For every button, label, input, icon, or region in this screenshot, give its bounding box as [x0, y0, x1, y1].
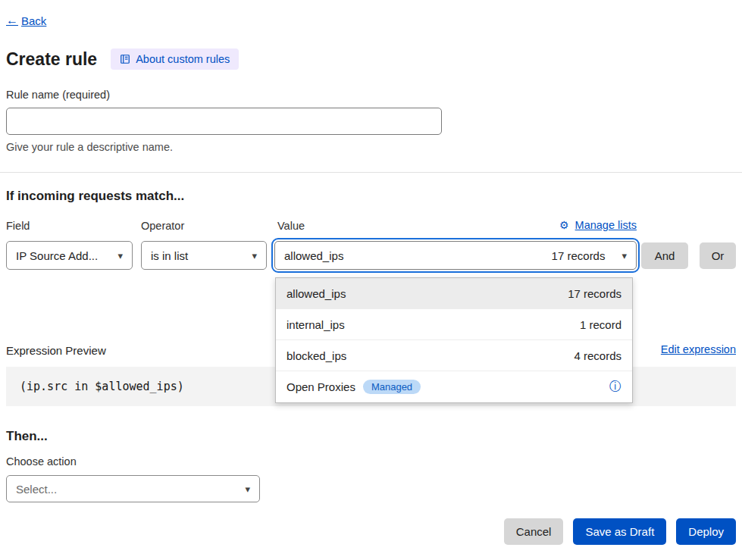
chevron-down-icon: ▾ [117, 250, 123, 261]
action-select-value: Select... [16, 483, 57, 496]
choose-action-label: Choose action [6, 455, 77, 468]
header: Create rule About custom rules [6, 48, 239, 70]
back-link[interactable]: ← Back [6, 14, 46, 27]
edit-expression-link[interactable]: Edit expression [661, 343, 736, 355]
value-combobox-value: allowed_ips [284, 249, 343, 262]
save-as-draft-button[interactable]: Save as Draft [573, 518, 666, 545]
create-rule-page: ← Back Create rule About custom rules Ru… [0, 0, 742, 560]
info-icon[interactable]: ⓘ [609, 379, 621, 395]
section-divider [0, 172, 742, 173]
list-name: Open Proxies [286, 380, 355, 393]
and-button[interactable]: And [641, 242, 688, 269]
value-records-count: 17 records [552, 249, 606, 262]
manage-lists: ⚙ Manage lists [274, 219, 637, 231]
rule-name-label: Rule name (required) [6, 89, 110, 101]
dropdown-item-allowed-ips[interactable]: allowed_ips 17 records [276, 278, 632, 309]
dropdown-item-blocked-ips[interactable]: blocked_ips 4 records [276, 340, 632, 371]
book-icon [120, 54, 130, 64]
field-select[interactable]: IP Source Add... ▾ [6, 241, 133, 270]
page-title: Create rule [6, 49, 97, 70]
expression-preview-label: Expression Preview [6, 344, 106, 357]
chevron-down-icon: ▾ [245, 483, 250, 495]
about-custom-rules-label: About custom rules [136, 53, 230, 65]
operator-select[interactable]: is in list ▾ [141, 241, 267, 270]
gear-icon: ⚙ [559, 219, 569, 231]
or-button[interactable]: Or [700, 242, 736, 269]
back-label: Back [21, 14, 46, 27]
list-records: 17 records [568, 287, 621, 300]
action-select[interactable]: Select... ▾ [6, 475, 260, 502]
value-combobox[interactable]: allowed_ips 17 records ▾ [274, 241, 637, 270]
then-section-title: Then... [6, 429, 48, 444]
list-records: 1 record [580, 318, 621, 331]
list-name: internal_ips [286, 318, 345, 331]
list-name: blocked_ips [286, 349, 346, 362]
back-arrow-icon: ← [6, 14, 18, 27]
rule-name-input[interactable] [6, 108, 442, 135]
field-select-value: IP Source Add... [16, 249, 98, 262]
rule-name-helper: Give your rule a descriptive name. [6, 141, 173, 153]
cancel-button[interactable]: Cancel [504, 518, 564, 545]
chevron-down-icon: ▾ [621, 250, 627, 261]
about-custom-rules-link[interactable]: About custom rules [111, 48, 239, 70]
match-section-title: If incoming requests match... [6, 189, 184, 204]
operator-label: Operator [141, 220, 184, 232]
operator-select-value: is in list [151, 249, 188, 262]
list-name: allowed_ips [286, 287, 346, 300]
field-label: Field [6, 220, 30, 232]
footer-actions: Cancel Save as Draft Deploy [504, 518, 736, 545]
expression-code: (ip.src in $allowed_ips) [20, 380, 184, 393]
list-records: 4 records [574, 349, 621, 362]
dropdown-item-open-proxies[interactable]: Open Proxies Managed ⓘ [276, 371, 632, 402]
dropdown-item-internal-ips[interactable]: internal_ips 1 record [276, 309, 632, 340]
value-dropdown-menu: allowed_ips 17 records internal_ips 1 re… [275, 277, 633, 403]
deploy-button[interactable]: Deploy [676, 518, 736, 545]
chevron-down-icon: ▾ [252, 250, 257, 261]
managed-badge: Managed [363, 380, 421, 394]
manage-lists-link[interactable]: Manage lists [575, 219, 637, 231]
